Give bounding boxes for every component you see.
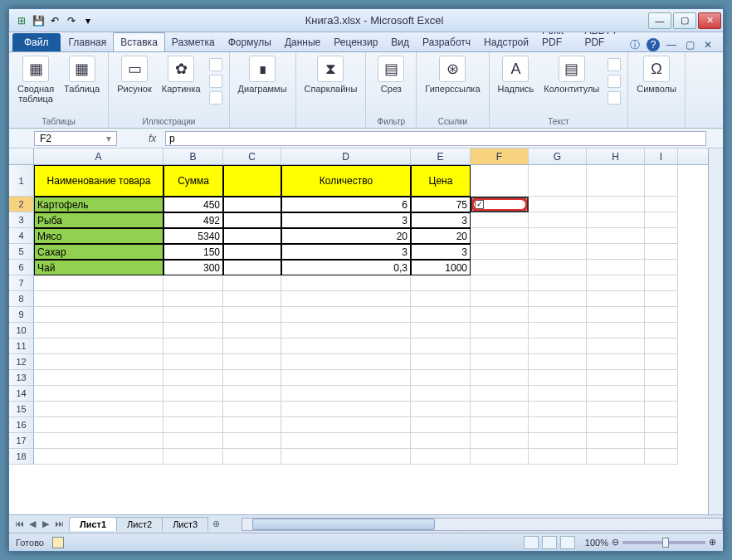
row-header[interactable]: 11 [9,338,34,354]
sheet-tab[interactable]: Лист3 [162,517,208,531]
row-header[interactable]: 15 [9,402,34,417]
doc-close-icon[interactable]: ✕ [701,38,715,51]
row-header[interactable]: 5 [9,244,34,260]
view-pagelayout-icon[interactable] [542,536,557,549]
clipart-button[interactable]: ✿Картинка [159,54,204,95]
macro-icon[interactable] [52,537,64,548]
cell[interactable] [223,197,281,212]
cell[interactable] [223,212,281,228]
cell-f2-active[interactable]: ✓ [471,197,529,212]
col-header[interactable]: E [411,149,471,164]
minimize-button[interactable]: — [648,12,671,29]
cell[interactable]: Наименование товара [34,165,163,197]
slicer-button[interactable]: ▤Срез [371,54,411,95]
vertical-scrollbar[interactable] [708,149,723,514]
cell[interactable] [587,228,645,244]
row-header[interactable]: 7 [9,275,34,291]
pivot-table-button[interactable]: ▦Сводная таблица [14,54,57,105]
col-header[interactable]: H [587,149,645,164]
tab-layout[interactable]: Разметка [165,33,222,51]
row-header[interactable]: 1 [9,165,34,197]
cell[interactable] [223,165,281,197]
row-header[interactable]: 9 [9,307,34,323]
fx-icon[interactable]: fx [149,133,162,144]
redo-icon[interactable]: ↷ [64,13,79,28]
close-button[interactable]: ✕ [698,12,721,29]
cell[interactable]: Количество [281,165,411,197]
cell[interactable]: 20 [411,228,471,244]
cell[interactable] [529,260,587,275]
tab-home[interactable]: Главная [62,33,114,51]
table-button[interactable]: ▦Таблица [61,54,103,95]
cell[interactable]: 150 [163,244,223,260]
cell[interactable]: 5340 [163,228,223,244]
maximize-button[interactable]: ▢ [673,12,696,29]
cell[interactable] [587,165,645,197]
cell[interactable]: 3 [411,212,471,228]
cell[interactable] [223,244,281,260]
cell[interactable] [587,212,645,228]
col-header[interactable]: C [223,149,281,164]
row-header[interactable]: 16 [9,417,34,433]
wordart-button[interactable] [606,57,622,72]
cell[interactable] [471,228,529,244]
cell[interactable]: 75 [411,197,471,212]
tab-data[interactable]: Данные [278,33,327,51]
tab-formulas[interactable]: Формулы [222,33,278,51]
hyperlink-button[interactable]: ⊛Гиперссылка [422,54,483,95]
name-box[interactable]: F2▾ [34,131,117,146]
cell[interactable]: Картофель [34,197,163,212]
checkbox-icon[interactable]: ✓ [475,200,484,209]
select-all-corner[interactable] [9,149,34,164]
row-header[interactable]: 10 [9,323,34,338]
col-header[interactable]: I [645,149,678,164]
col-header[interactable]: F [471,149,529,164]
screenshot-button[interactable] [207,90,224,105]
picture-button[interactable]: ▭Рисунок [114,54,155,95]
cell[interactable] [529,197,587,212]
row-header[interactable]: 12 [9,354,34,370]
doc-minimize-icon[interactable]: — [665,38,678,51]
cell[interactable]: 300 [163,260,223,275]
cell[interactable] [645,212,678,228]
zoom-in-icon[interactable]: ⊕ [709,537,716,548]
file-tab[interactable]: Файл [12,33,61,51]
charts-button[interactable]: ∎Диаграммы [235,54,290,95]
cell[interactable] [529,244,587,260]
cell[interactable] [587,260,645,275]
object-button[interactable] [606,90,622,105]
cell[interactable]: 3 [411,244,471,260]
view-pagebreak-icon[interactable] [560,536,575,549]
col-header[interactable]: G [529,149,587,164]
cell[interactable]: 450 [163,197,223,212]
col-header[interactable]: D [281,149,411,164]
cell[interactable]: Сумма [163,165,223,197]
cell[interactable]: Мясо [34,228,163,244]
zoom-out-icon[interactable]: ⊖ [612,537,619,548]
cell[interactable]: 1000 [411,260,471,275]
cell[interactable] [645,228,678,244]
sparklines-button[interactable]: ⧗Спарклайны [301,54,361,95]
cell[interactable]: Цена [411,165,471,197]
zoom-slider[interactable] [622,541,705,544]
col-header[interactable]: B [163,149,223,164]
cell[interactable] [645,260,678,275]
doc-restore-icon[interactable]: ▢ [683,38,696,51]
sheet-tab[interactable]: Лист2 [116,517,163,531]
cell[interactable] [529,212,587,228]
minimize-ribbon-icon[interactable]: ⓘ [628,38,642,51]
row-header[interactable]: 3 [9,212,34,228]
new-sheet-icon[interactable]: ⊕ [207,519,225,529]
cell[interactable] [471,212,529,228]
sheet-tab[interactable]: Лист1 [69,517,117,531]
tab-developer[interactable]: Разработч [416,33,477,51]
tab-review[interactable]: Рецензир [327,33,384,51]
cell[interactable] [223,260,281,275]
cell[interactable]: Сахар [34,244,163,260]
cell[interactable] [471,244,529,260]
col-header[interactable]: A [34,149,163,164]
cell[interactable] [471,260,529,275]
cell[interactable] [471,165,529,197]
cell[interactable]: 6 [281,197,411,212]
textbox-button[interactable]: AНадпись [495,54,538,95]
